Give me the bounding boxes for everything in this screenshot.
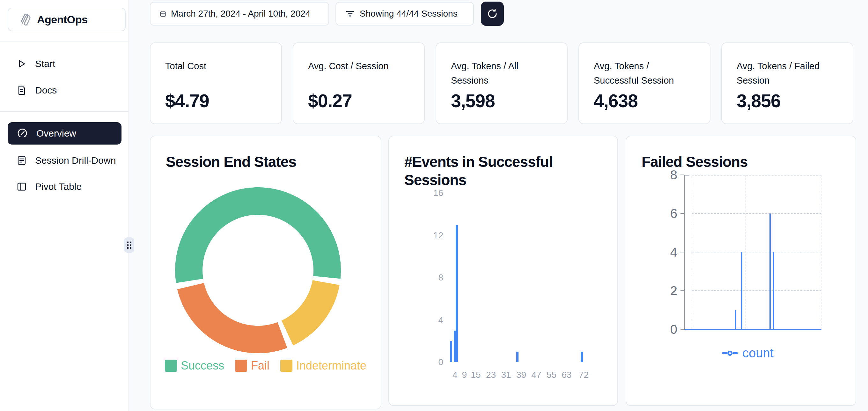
h-gridline bbox=[692, 290, 822, 291]
line-spike bbox=[770, 213, 771, 329]
session-end-states-card: Session End States Success Fail Indeterm… bbox=[150, 136, 381, 409]
y-axis-tick-label: 8 bbox=[655, 168, 677, 182]
y-axis-tick-label: 0 bbox=[655, 322, 677, 336]
y-axis-tick-label: 12 bbox=[410, 229, 443, 242]
stat-label: Avg. Tokens / All Sessions bbox=[451, 59, 552, 88]
stat-value: $4.79 bbox=[165, 90, 209, 111]
x-axis-tick-label: 72 bbox=[572, 369, 595, 381]
y-axis-tick-label: 0 bbox=[410, 356, 443, 369]
sidebar-item-label: Start bbox=[35, 58, 55, 69]
sidebar-item-label: Overview bbox=[36, 128, 76, 139]
line-spike bbox=[741, 252, 742, 329]
legend-item-fail[interactable]: Fail bbox=[235, 359, 270, 372]
sidebar-item-label: Session Drill-Down bbox=[35, 155, 116, 166]
stat-value: 3,856 bbox=[737, 90, 781, 111]
line-spike bbox=[773, 252, 774, 329]
drag-dots-icon bbox=[127, 241, 131, 249]
legend-item-success[interactable]: Success bbox=[165, 359, 224, 372]
gauge-icon bbox=[17, 128, 28, 139]
y-axis-tick-label: 4 bbox=[410, 314, 443, 326]
donut-slice-indeterminate[interactable] bbox=[287, 283, 326, 333]
stat-card-avg-tokens-successful: Avg. Tokens / Successful Session 4,638 bbox=[579, 42, 710, 124]
v-gridline bbox=[746, 175, 746, 329]
failed-sessions-card: Failed Sessions 02468 count bbox=[626, 136, 856, 406]
events-bar-chart[interactable]: 0481216491523313947556372 bbox=[389, 136, 619, 407]
session-end-states-donut-chart[interactable] bbox=[175, 187, 341, 353]
play-icon bbox=[17, 59, 27, 69]
legend-label: Indeterminate bbox=[296, 359, 366, 372]
stat-label: Avg. Tokens / Successful Session bbox=[594, 59, 695, 88]
fail-swatch bbox=[235, 360, 247, 372]
calendar-icon bbox=[160, 11, 166, 17]
y-axis-tick bbox=[681, 175, 684, 175]
y-axis-tick bbox=[681, 329, 684, 330]
refresh-button[interactable] bbox=[481, 2, 504, 26]
refresh-icon bbox=[487, 8, 498, 20]
sidebar-item-docs[interactable]: Docs bbox=[8, 81, 122, 100]
sidebar-item-label: Pivot Table bbox=[35, 181, 82, 192]
y-axis-cap bbox=[684, 175, 689, 176]
donut-legend: Success Fail Indeterminate bbox=[151, 359, 381, 372]
donut-slice-fail[interactable] bbox=[191, 286, 282, 340]
stat-value: 3,598 bbox=[451, 90, 495, 111]
app-logo[interactable]: AgentOps bbox=[8, 8, 126, 31]
y-axis-line bbox=[684, 175, 685, 329]
legend-label: Success bbox=[181, 359, 224, 372]
date-range-button[interactable]: March 27th, 2024 - April 10th, 2024 bbox=[150, 2, 329, 26]
stat-value: $0.27 bbox=[308, 90, 352, 111]
sidebar-item-label: Docs bbox=[35, 85, 57, 96]
bar bbox=[456, 225, 458, 362]
sidebar-divider bbox=[0, 41, 129, 41]
y-axis-tick-label: 8 bbox=[410, 271, 443, 284]
stat-label: Avg. Tokens / Failed Session bbox=[737, 59, 838, 88]
sidebar-item-pivot-table[interactable]: Pivot Table bbox=[8, 177, 122, 196]
document-icon bbox=[17, 85, 27, 95]
stat-card-avg-tokens-failed: Avg. Tokens / Failed Session 3,856 bbox=[721, 42, 853, 124]
y-axis-tick-label: 16 bbox=[410, 187, 443, 200]
stat-label: Avg. Cost / Session bbox=[308, 59, 409, 74]
filter-icon bbox=[346, 10, 354, 17]
line-spike bbox=[735, 310, 736, 330]
events-in-successful-sessions-card: #Events in Successful Sessions 048121649… bbox=[389, 136, 618, 406]
y-axis-tick bbox=[681, 213, 684, 214]
date-range-label: March 27th, 2024 - April 10th, 2024 bbox=[171, 9, 310, 19]
bar bbox=[516, 352, 519, 362]
y-axis-tick-label: 2 bbox=[655, 284, 677, 298]
indeterminate-swatch bbox=[280, 360, 292, 372]
sessions-filter-label: Showing 44/44 Sessions bbox=[360, 9, 458, 19]
count-series-marker-icon bbox=[722, 351, 738, 356]
stat-card-total-cost: Total Cost $4.79 bbox=[150, 42, 282, 124]
count-legend[interactable]: count bbox=[722, 346, 774, 360]
y-axis-tick-label: 6 bbox=[655, 206, 677, 221]
sidebar-item-start[interactable]: Start bbox=[8, 54, 122, 74]
sidebar-resize-handle[interactable] bbox=[124, 237, 134, 253]
sidebar-divider bbox=[0, 111, 129, 112]
pivot-table-icon bbox=[17, 182, 27, 192]
bar bbox=[450, 341, 452, 362]
success-swatch bbox=[165, 360, 177, 372]
y-axis-tick bbox=[681, 290, 684, 291]
donut-slice-success[interactable] bbox=[189, 201, 327, 281]
stat-card-avg-cost-session: Avg. Cost / Session $0.27 bbox=[293, 42, 425, 124]
sessions-filter-button[interactable]: Showing 44/44 Sessions bbox=[336, 2, 474, 26]
app-title: AgentOps bbox=[37, 13, 87, 26]
sidebar: AgentOps Start Docs Overview bbox=[0, 0, 129, 411]
sidebar-item-overview[interactable]: Overview bbox=[8, 122, 122, 145]
stat-card-avg-tokens-all: Avg. Tokens / All Sessions 3,598 bbox=[436, 42, 568, 124]
h-gridline bbox=[692, 252, 822, 253]
agentops-paperclip-logo-icon bbox=[18, 12, 32, 27]
failed-sessions-line-chart[interactable]: 02468 bbox=[626, 136, 857, 407]
sidebar-item-session-drill-down[interactable]: Session Drill-Down bbox=[8, 151, 122, 170]
legend-label: Fail bbox=[251, 359, 270, 372]
line-baseline bbox=[684, 329, 822, 330]
session-list-icon bbox=[17, 155, 27, 166]
bar bbox=[581, 352, 583, 362]
chart-title: Session End States bbox=[166, 153, 296, 171]
y-axis-tick bbox=[681, 252, 684, 253]
count-legend-label: count bbox=[742, 346, 774, 360]
h-gridline bbox=[692, 213, 822, 214]
stat-value: 4,638 bbox=[594, 90, 638, 111]
y-axis-tick-label: 4 bbox=[655, 245, 677, 259]
stat-label: Total Cost bbox=[165, 59, 267, 74]
legend-item-indeterminate[interactable]: Indeterminate bbox=[280, 359, 366, 372]
